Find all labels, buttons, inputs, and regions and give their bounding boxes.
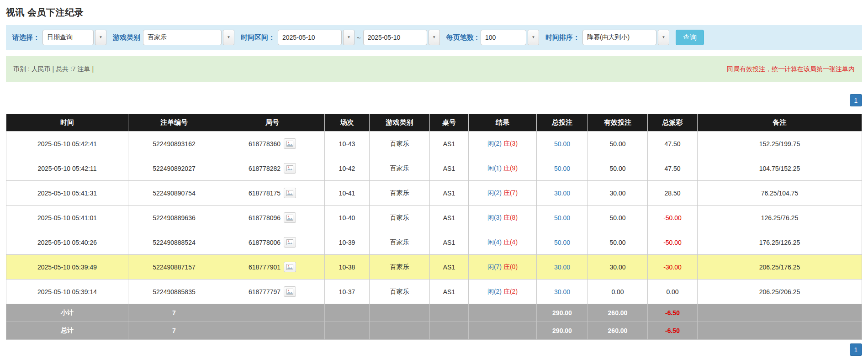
cell-payout: -50.00: [648, 206, 698, 230]
cell-round: 618778006: [220, 230, 325, 255]
cell-summary-label: 总计: [6, 322, 128, 340]
chevron-down-icon[interactable]: ▼: [95, 30, 106, 45]
cell-payout: 0.00: [648, 280, 698, 304]
chevron-down-icon[interactable]: ▼: [528, 30, 539, 45]
total-bet-link[interactable]: 50.00: [554, 214, 570, 222]
round-detail-button[interactable]: [284, 262, 296, 272]
cell-summary-count: 7: [128, 304, 220, 322]
cell-empty: [370, 304, 430, 322]
chevron-down-icon[interactable]: ▼: [343, 30, 355, 45]
cell-table-no: AS1: [430, 156, 469, 181]
round-id-group: 618778006: [249, 237, 296, 248]
round-detail-button[interactable]: [284, 237, 296, 248]
round-detail-button[interactable]: [284, 163, 296, 174]
page-number-button[interactable]: 1: [850, 343, 862, 356]
cell-empty: [325, 322, 370, 340]
date-from-input[interactable]: [278, 30, 342, 45]
round-id-group: 618778282: [249, 163, 296, 174]
cell-total-bet: 30.00: [537, 280, 588, 304]
column-header: 时间: [6, 114, 128, 132]
cell-game-type: 百家乐: [370, 181, 430, 206]
cell-session: 10-37: [325, 280, 370, 304]
cell-table-no: AS1: [430, 280, 469, 304]
picture-icon: [286, 141, 293, 147]
total-bet-link[interactable]: 30.00: [554, 264, 570, 271]
column-header: 总派彩: [648, 114, 698, 132]
cell-summary-total-bet: 290.00: [537, 322, 588, 340]
result-player: 闲(3): [487, 214, 502, 221]
result-banker: 庄(3): [503, 140, 518, 147]
date-to-input[interactable]: [363, 30, 427, 45]
game-type-input[interactable]: [143, 30, 222, 45]
cell-empty: [469, 304, 537, 322]
cell-time: 2025-05-10 05:42:11: [6, 156, 128, 181]
total-bet-link[interactable]: 50.00: [554, 239, 570, 246]
round-detail-button[interactable]: [284, 286, 296, 297]
table-row[interactable]: 2025-05-10 05:41:01522490889636618778096…: [6, 206, 862, 230]
cell-summary-payout: -6.50: [648, 322, 698, 340]
picture-icon: [286, 165, 293, 171]
pagination-bottom: 1: [6, 343, 862, 356]
cell-valid-bet: 50.00: [588, 156, 648, 181]
search-button[interactable]: 查询: [676, 30, 704, 45]
table-row[interactable]: 2025-05-10 05:42:11522490892027618778282…: [6, 156, 862, 181]
time-sort-input[interactable]: [582, 30, 656, 45]
chevron-down-icon[interactable]: ▼: [429, 30, 440, 45]
result-banker: 庄(8): [503, 214, 518, 221]
cell-session: 10-41: [325, 181, 370, 206]
cell-result: 闲(2) 庄(7): [469, 181, 537, 206]
total-bet-link[interactable]: 50.00: [554, 140, 570, 148]
page-size-input[interactable]: [481, 30, 526, 45]
total-bet-link[interactable]: 30.00: [554, 190, 570, 197]
select-mode-label: 请选择：: [12, 33, 40, 42]
pagination-top: 1: [6, 94, 862, 106]
total-bet-link[interactable]: 30.00: [554, 288, 570, 295]
cell-game-type: 百家乐: [370, 156, 430, 181]
cell-round: 618778360: [220, 132, 325, 156]
table-row[interactable]: 2025-05-10 05:40:26522490888524618778006…: [6, 230, 862, 255]
result-banker: 庄(2): [503, 288, 518, 295]
game-type-combo: ▼: [143, 30, 234, 45]
records-table: 时间注单编号局号场次游戏类别桌号结果总投注有效投注总派彩备注2025-05-10…: [6, 114, 862, 340]
cell-valid-bet: 50.00: [588, 206, 648, 230]
date-to-combo: ▼: [363, 30, 440, 45]
cell-time: 2025-05-10 05:42:41: [6, 132, 128, 156]
column-header: 结果: [469, 114, 537, 132]
table-row[interactable]: 2025-05-10 05:39:14522490885835618777797…: [6, 280, 862, 304]
cell-valid-bet: 30.00: [588, 255, 648, 280]
cell-note: 76.25/104.75: [698, 181, 862, 206]
page-number-button[interactable]: 1: [850, 94, 862, 106]
cell-game-type: 百家乐: [370, 132, 430, 156]
cell-bet-id: 522490888524: [128, 230, 220, 255]
cell-empty: [220, 304, 325, 322]
cell-empty: [220, 322, 325, 340]
round-detail-button[interactable]: [284, 188, 296, 198]
round-detail-button[interactable]: [284, 212, 296, 223]
cell-game-type: 百家乐: [370, 255, 430, 280]
result-player: 闲(4): [487, 238, 502, 246]
chevron-down-icon[interactable]: ▼: [658, 30, 669, 45]
table-row[interactable]: 2025-05-10 05:41:31522490890754618778175…: [6, 181, 862, 206]
cell-empty: [698, 304, 862, 322]
time-sort-combo: ▼: [582, 30, 669, 45]
chevron-down-icon[interactable]: ▼: [223, 30, 234, 45]
cell-session: 10-40: [325, 206, 370, 230]
round-id-group: 618778175: [249, 188, 296, 198]
cell-bet-id: 522490893162: [128, 132, 220, 156]
cell-payout: -50.00: [648, 230, 698, 255]
table-row[interactable]: 2025-05-10 05:39:49522490887157618777901…: [6, 255, 862, 280]
total-bet-link[interactable]: 50.00: [554, 165, 570, 172]
column-header: 备注: [698, 114, 862, 132]
cell-round: 618777797: [220, 280, 325, 304]
cell-game-type: 百家乐: [370, 206, 430, 230]
select-mode-input[interactable]: [42, 30, 94, 45]
round-detail-button[interactable]: [284, 138, 296, 149]
cell-session: 10-38: [325, 255, 370, 280]
game-type-label: 游戏类别: [113, 33, 140, 42]
column-header: 有效投注: [588, 114, 648, 132]
result-player: 闲(7): [487, 263, 502, 270]
table-row[interactable]: 2025-05-10 05:42:41522490893162618778360…: [6, 132, 862, 156]
cell-summary-valid-bet: 260.00: [588, 304, 648, 322]
picture-icon: [286, 190, 293, 196]
cell-table-no: AS1: [430, 230, 469, 255]
